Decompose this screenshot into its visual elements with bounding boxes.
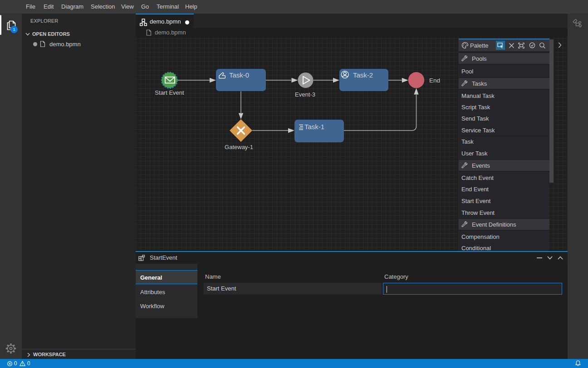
svg-text:Gateway-1: Gateway-1	[225, 144, 253, 150]
svg-text:Start Event: Start Event	[155, 89, 184, 96]
svg-text:Event-3: Event-3	[295, 91, 315, 98]
svg-text:End: End	[429, 77, 440, 84]
svg-text:Task-1: Task-1	[304, 123, 324, 131]
svg-text:Task-0: Task-0	[229, 71, 249, 79]
svg-text:Task-2: Task-2	[353, 71, 373, 79]
